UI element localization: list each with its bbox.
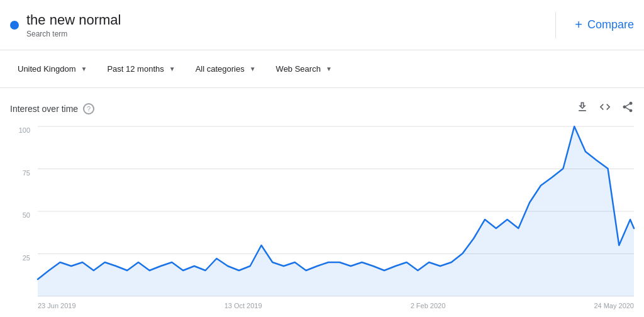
search-term-text: the new normal Search term xyxy=(26,12,121,38)
x-label-may2020: 24 May 2020 xyxy=(594,302,634,309)
y-label-100: 100 xyxy=(19,126,30,134)
chart-title: Interest over time xyxy=(10,104,78,114)
chart-container: 100 75 50 25 23 Jun 20 xyxy=(10,126,634,315)
chart-header: Interest over time ? xyxy=(10,101,634,116)
chart-area xyxy=(38,126,634,296)
chart-actions xyxy=(576,101,634,116)
time-label: Past 12 months xyxy=(107,64,164,74)
search-term: the new normal xyxy=(26,12,121,28)
region-chevron-icon: ▼ xyxy=(81,65,87,72)
help-icon[interactable]: ? xyxy=(83,103,94,114)
trend-chart xyxy=(38,126,634,296)
compare-label: Compare xyxy=(587,18,634,31)
y-axis: 100 75 50 25 xyxy=(10,126,35,296)
x-label-jun2019: 23 Jun 2019 xyxy=(38,302,76,309)
chart-section: Interest over time ? 100 75 50 25 xyxy=(0,91,644,317)
y-label-50: 50 xyxy=(23,211,30,219)
search-term-area: the new normal Search term xyxy=(10,12,556,38)
region-filter[interactable]: United Kingdom ▼ xyxy=(10,60,94,77)
filters-bar: United Kingdom ▼ Past 12 months ▼ All ca… xyxy=(0,50,644,88)
search-type-chevron-icon: ▼ xyxy=(326,65,332,72)
top-bar: the new normal Search term + Compare xyxy=(0,0,644,50)
time-filter[interactable]: Past 12 months ▼ xyxy=(99,60,182,77)
y-label-25: 25 xyxy=(23,254,30,262)
time-chevron-icon: ▼ xyxy=(169,65,175,72)
search-type-label: Web Search xyxy=(276,64,321,74)
search-term-dot xyxy=(10,21,19,30)
compare-plus-icon: + xyxy=(575,18,582,32)
x-axis: 23 Jun 2019 13 Oct 2019 2 Feb 2020 24 Ma… xyxy=(38,296,634,315)
category-chevron-icon: ▼ xyxy=(250,65,256,72)
download-button[interactable] xyxy=(576,101,589,116)
search-type-filter[interactable]: Web Search ▼ xyxy=(269,60,340,77)
category-filter[interactable]: All categories ▼ xyxy=(188,60,264,77)
y-label-75: 75 xyxy=(23,169,30,177)
category-label: All categories xyxy=(196,64,245,74)
chart-title-area: Interest over time ? xyxy=(10,103,94,114)
x-label-feb2020: 2 Feb 2020 xyxy=(411,302,446,309)
region-label: United Kingdom xyxy=(18,64,76,74)
embed-button[interactable] xyxy=(599,101,611,116)
compare-button[interactable]: + Compare xyxy=(556,18,634,32)
share-button[interactable] xyxy=(621,101,634,116)
search-term-label: Search term xyxy=(26,30,121,38)
x-label-oct2019: 13 Oct 2019 xyxy=(225,302,262,309)
